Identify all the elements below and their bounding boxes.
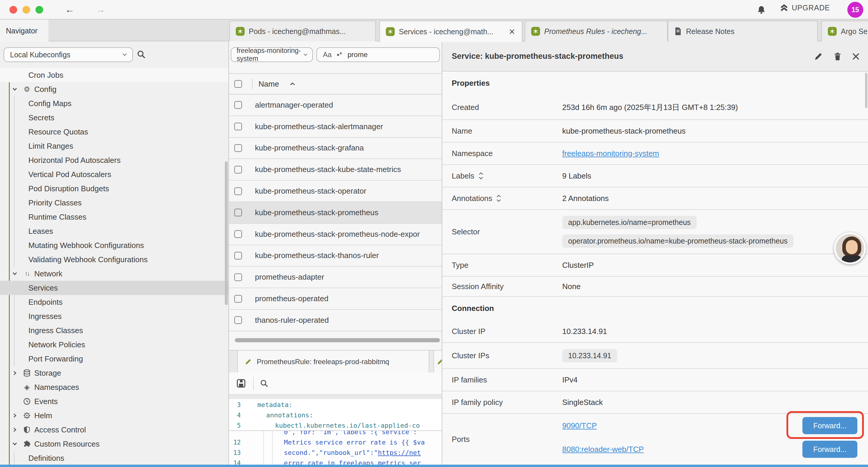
tab-services[interactable]: Services - icecheng@math... [379,21,522,42]
sidebar-item-network[interactable]: ↑↓Network [0,267,228,281]
kubeconfig-selector[interactable]: Local Kubeconfigs [4,47,133,62]
chevron-down-icon[interactable] [12,441,18,447]
chevron-down-icon[interactable] [12,86,18,92]
table-row[interactable]: kube-prometheus-stack-operator [229,181,442,202]
table-row[interactable]: kube-prometheus-stack-prometheus-node-ex… [229,224,442,245]
sidebar-item-ingress-classes[interactable]: Ingress Classes [0,323,228,338]
bell-icon[interactable] [756,5,766,16]
sidebar-item-namespaces[interactable]: ◈Namespaces [0,380,228,394]
table-row[interactable]: kube-prometheus-stack-alertmanager [229,116,442,138]
detail-label-text: Cluster IP [452,327,486,336]
tab-argo[interactable]: Argo Se [821,21,868,41]
forward-button[interactable]: Forward... [802,441,857,458]
close-window-button[interactable] [9,6,17,13]
sidebar-item-storage[interactable]: Storage [0,366,228,380]
row-checkbox[interactable] [234,209,242,216]
sidebar-item-leases[interactable]: Leases [0,224,228,238]
sidebar-item-custom-resources[interactable]: Custom Resources [0,437,228,451]
sidebar-item-config[interactable]: ⚙Config [0,82,228,96]
regex-toggle[interactable]: ▪* [337,51,342,59]
table-row[interactable]: prometheus-adapter [229,267,442,288]
namespace-selector[interactable]: freeleaps-monitoring-system [231,47,313,62]
namespace-link[interactable]: freeleaps-monitoring-system [562,149,659,158]
sidebar-search-icon[interactable] [136,50,146,59]
sidebar-item-config-maps[interactable]: Config Maps [0,96,228,111]
row-checkbox[interactable] [234,187,242,195]
editor-tab-prometheusrule[interactable]: PrometheusRule: freeleaps-prod-rabbitmq [237,351,429,373]
sidebar-item-mutating-webhook-configurations[interactable]: Mutating Webhook Configurations [0,238,228,253]
sidebar-item-network-policies[interactable]: Network Policies [0,338,228,352]
editor-tab-next[interactable] [433,351,442,373]
row-checkbox[interactable] [234,252,242,260]
sidebar-item-access-control[interactable]: Access Control [0,423,228,437]
sidebar-item-port-forwarding[interactable]: Port Forwarding [0,352,228,366]
port-link[interactable]: 9090/TCP [562,421,597,430]
close-panel-icon[interactable] [852,53,860,60]
sidebar-item-endpoints[interactable]: Endpoints [0,295,228,309]
code-link[interactable]: https://net [378,449,421,456]
minimize-window-button[interactable] [23,6,30,13]
sidebar-item-cron-jobs[interactable]: Cron Jobs [0,68,228,82]
sidebar-scrollbar[interactable] [225,162,228,305]
port-link[interactable]: 8080:reloader-web/TCP [562,445,644,454]
upgrade-button[interactable]: UPGRADE [780,4,830,12]
user-avatar[interactable] [834,232,866,264]
tab-navigator[interactable]: Navigator [0,20,49,42]
notification-badge[interactable]: 15 [847,2,863,18]
horizontal-scrollbar[interactable] [235,338,440,342]
zoom-window-button[interactable] [35,6,43,13]
editor-search-icon[interactable] [260,379,269,388]
case-sensitive-toggle[interactable]: Aa [323,51,332,59]
chevron-right-icon[interactable] [12,370,18,376]
chevron-right-icon[interactable] [12,413,18,418]
table-row[interactable]: kube-prometheus-stack-prometheus [229,202,442,224]
sidebar-item-ingresses[interactable]: Ingresses [0,309,228,323]
row-checkbox[interactable] [234,230,242,238]
tab-release-notes[interactable]: Release Notes [668,21,818,41]
name-column-header[interactable]: Name [258,80,279,89]
close-tab-icon[interactable] [508,29,516,34]
sort-updown-icon[interactable] [478,172,483,180]
sidebar-item-limit-ranges[interactable]: Limit Ranges [0,139,228,153]
table-row[interactable]: kube-prometheus-stack-kube-state-metrics [229,159,442,181]
sort-updown-icon[interactable] [496,195,501,202]
save-icon[interactable] [236,378,246,388]
sidebar-item-validating-webhook-configurations[interactable]: Validating Webhook Configurations [0,253,228,267]
row-checkbox[interactable] [234,101,242,109]
tab-prometheus-rules[interactable]: Prometheus Rules - icecheng... [525,21,668,41]
sidebar-item-definitions[interactable]: Definitions [0,451,228,465]
sidebar-item-vertical-pod-autoscalers[interactable]: Vertical Pod Autoscalers [0,167,228,181]
table-row[interactable]: prometheus-operated [229,288,442,310]
sidebar-item-events[interactable]: Events [0,394,228,408]
chevron-down-icon[interactable] [12,271,18,276]
sidebar-item-pod-disruption-budgets[interactable]: Pod Disruption Budgets [0,181,228,196]
trash-icon[interactable] [833,52,842,61]
sort-ascending-icon[interactable] [289,82,296,86]
table-row[interactable]: alertmanager-operated [229,95,442,116]
back-arrow-icon[interactable]: ← [65,2,74,17]
table-row[interactable]: kube-prometheus-stack-grafana [229,138,442,159]
row-checkbox[interactable] [234,316,242,324]
sidebar-item-services[interactable]: Services [0,281,228,295]
row-checkbox[interactable] [234,295,242,303]
edit-pencil-icon[interactable] [814,52,823,61]
yaml-editor[interactable]: 3metadata:4annotations:5kubectl.kubernet… [229,395,442,467]
table-row[interactable]: thanos-ruler-operated [229,310,442,331]
sidebar-item-priority-classes[interactable]: Priority Classes [0,196,228,210]
details-scrollbar[interactable] [865,73,867,108]
sidebar-item-helm[interactable]: Helm [0,408,228,423]
search-input[interactable]: Aa ▪* prome [316,47,440,62]
chevron-right-icon[interactable] [12,427,18,433]
table-row[interactable]: kube-prometheus-stack-thanos-ruler [229,245,442,267]
sidebar-item-resource-quotas[interactable]: Resource Quotas [0,125,228,139]
row-checkbox[interactable] [234,166,242,174]
row-checkbox[interactable] [234,144,242,152]
select-all-checkbox[interactable] [234,80,242,88]
row-checkbox[interactable] [234,123,242,130]
forward-arrow-icon[interactable]: → [96,2,105,17]
sidebar-item-horizontal-pod-autoscalers[interactable]: Horizontal Pod Autoscalers [0,153,228,167]
tab-pods[interactable]: Pods - icecheng@mathmas... [229,21,376,41]
sidebar-item-secrets[interactable]: Secrets [0,111,228,125]
row-checkbox[interactable] [234,273,242,281]
sidebar-item-runtime-classes[interactable]: Runtime Classes [0,210,228,224]
